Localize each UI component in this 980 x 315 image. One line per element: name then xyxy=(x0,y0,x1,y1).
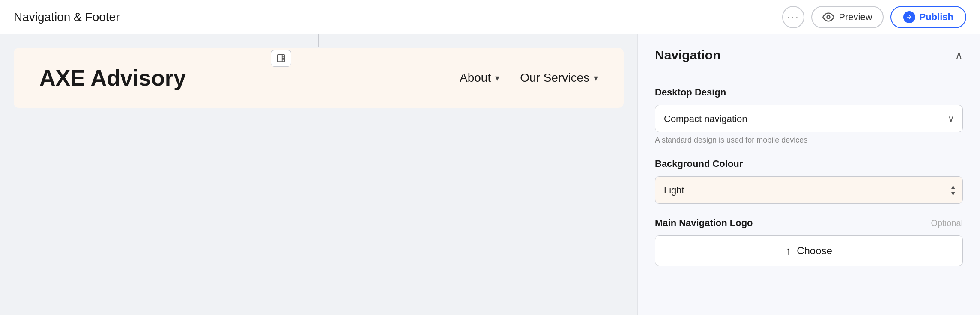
publish-label: Publish xyxy=(920,12,953,23)
nav-link-services-label: Our Services xyxy=(520,71,589,85)
background-colour-label: Background Colour xyxy=(655,158,963,169)
main-navigation-logo-section: Main Navigation Logo Optional ↑ Choose xyxy=(655,217,963,266)
canvas-area: AXE Advisory About ▾ Our Services ▾ xyxy=(0,34,637,315)
background-colour-section: Background Colour Light Dark Transparent… xyxy=(655,158,963,204)
more-button[interactable]: ··· xyxy=(782,6,804,28)
desktop-design-label: Desktop Design xyxy=(655,87,963,98)
choose-logo-button[interactable]: ↑ Choose xyxy=(655,235,963,266)
top-divider xyxy=(318,34,319,47)
background-colour-stepper-wrapper: Light Dark Transparent ▲ ▼ xyxy=(655,176,963,204)
about-chevron-icon: ▾ xyxy=(495,73,499,83)
svg-point-0 xyxy=(827,15,830,18)
choose-label: Choose xyxy=(797,245,832,257)
panel-toggle-button[interactable] xyxy=(271,50,291,67)
nav-preview-card: AXE Advisory About ▾ Our Services ▾ xyxy=(14,48,624,108)
eye-icon xyxy=(822,11,834,23)
desktop-design-section: Desktop Design Compact navigation Standa… xyxy=(655,87,963,145)
nav-link-about-label: About xyxy=(460,71,491,85)
main-nav-logo-label: Main Navigation Logo xyxy=(655,217,753,229)
right-panel: Navigation ∧ Desktop Design Compact navi… xyxy=(637,34,980,315)
desktop-design-hint: A standard design is used for mobile dev… xyxy=(655,136,963,145)
publish-button[interactable]: Publish xyxy=(890,6,966,28)
panel-header: Navigation ∧ xyxy=(638,34,980,73)
header-actions: ··· Preview Publish xyxy=(782,6,966,28)
optional-label: Optional xyxy=(931,218,963,228)
site-logo: AXE Advisory xyxy=(39,65,186,91)
logo-section-header: Main Navigation Logo Optional xyxy=(655,217,963,229)
background-colour-select[interactable]: Light Dark Transparent xyxy=(655,176,963,204)
collapse-icon: ∧ xyxy=(955,49,963,61)
preview-button[interactable]: Preview xyxy=(811,6,883,28)
preview-label: Preview xyxy=(839,12,872,23)
nav-links: About ▾ Our Services ▾ xyxy=(460,71,598,85)
nav-link-about[interactable]: About ▾ xyxy=(460,71,499,85)
panel-collapse-button[interactable]: ∧ xyxy=(955,49,963,61)
nav-link-services[interactable]: Our Services ▾ xyxy=(520,71,598,85)
page-title: Navigation & Footer xyxy=(14,10,120,24)
main-content: AXE Advisory About ▾ Our Services ▾ Navi… xyxy=(0,34,980,315)
publish-icon xyxy=(903,11,915,23)
panel-body: Desktop Design Compact navigation Standa… xyxy=(638,73,980,280)
desktop-design-select[interactable]: Compact navigation Standard navigation F… xyxy=(655,105,963,132)
header: Navigation & Footer ··· Preview Publish xyxy=(0,0,980,34)
services-chevron-icon: ▾ xyxy=(594,73,598,83)
more-icon: ··· xyxy=(787,12,800,22)
panel-title: Navigation xyxy=(655,48,720,62)
desktop-design-dropdown-wrapper: Compact navigation Standard navigation F… xyxy=(655,105,963,132)
upload-icon: ↑ xyxy=(786,245,791,257)
